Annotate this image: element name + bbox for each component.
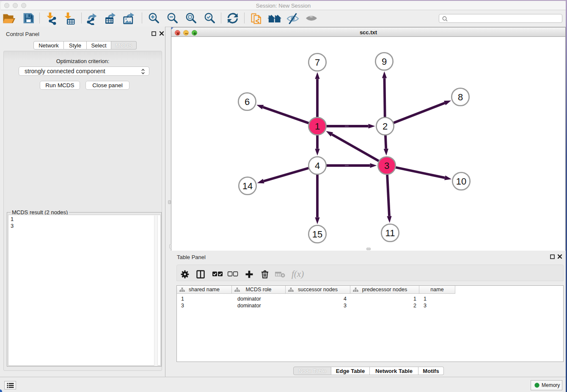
svg-text:8: 8 — [458, 92, 463, 102]
svg-text:4: 4 — [315, 160, 320, 171]
svg-text:1: 1 — [315, 121, 320, 132]
svg-text:6: 6 — [245, 97, 250, 107]
svg-text:7: 7 — [315, 57, 320, 68]
svg-text:2: 2 — [383, 121, 388, 132]
svg-text:14: 14 — [242, 181, 253, 191]
svg-text:10: 10 — [456, 176, 466, 187]
svg-text:15: 15 — [312, 229, 322, 240]
svg-text:9: 9 — [382, 56, 387, 67]
svg-text:3: 3 — [384, 160, 389, 171]
svg-text:11: 11 — [385, 228, 395, 238]
